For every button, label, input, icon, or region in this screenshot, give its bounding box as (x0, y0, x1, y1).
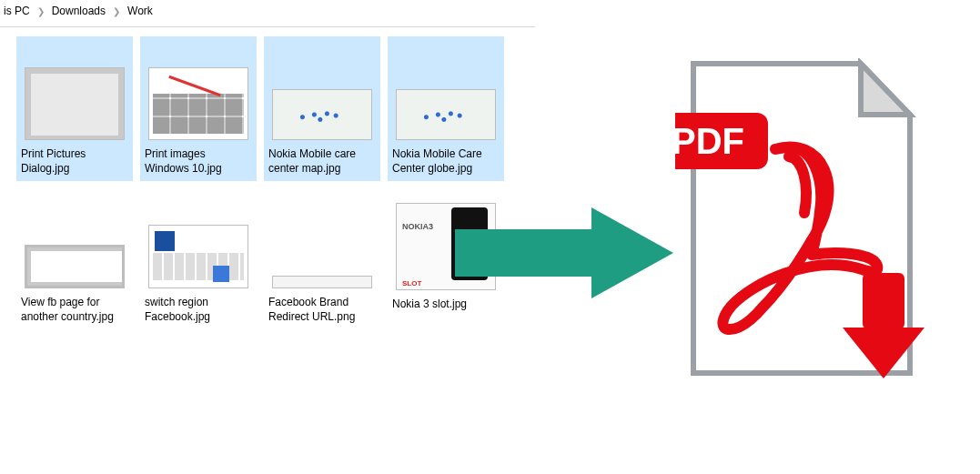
breadcrumb-part-1[interactable]: Downloads (52, 5, 106, 17)
pdf-file-icon: PDF (675, 58, 928, 386)
file-label: Print images Windows 10.jpg (145, 147, 252, 176)
file-label: View fb page for another country.jpg (21, 296, 128, 324)
file-label: Print Pictures Dialog.jpg (21, 147, 128, 176)
file-item[interactable]: View fb page for another country.jpg (16, 190, 133, 329)
thumbnail-icon (148, 225, 248, 288)
thumbnail-icon (272, 276, 372, 288)
breadcrumb-part-2[interactable]: Work (127, 5, 153, 17)
breadcrumb: is PC ❯ Downloads ❯ Work (0, 0, 535, 27)
thumbnail-icon: NOKIA3 (396, 203, 496, 290)
thumbnail-icon (148, 67, 248, 140)
chevron-right-icon: ❯ (37, 6, 45, 16)
thumbnail-icon (25, 245, 125, 288)
file-label: Nokia Mobile Care Center globe.jpg (392, 147, 500, 176)
thumbnail-icon (272, 89, 372, 140)
file-item[interactable]: Nokia Mobile Care Center globe.jpg (388, 36, 504, 181)
file-label: Nokia Mobile care center map.jpg (268, 147, 376, 176)
svg-rect-2 (863, 273, 904, 329)
chevron-right-icon: ❯ (113, 6, 120, 16)
pdf-badge-text: PDF (675, 121, 744, 161)
file-grid: Print Pictures Dialog.jpg Print images W… (0, 27, 544, 329)
file-label: Nokia 3 slot.jpg (392, 298, 500, 312)
thumbnail-icon (25, 67, 125, 140)
file-item[interactable]: Facebook Brand Redirect URL.png (264, 190, 380, 329)
file-item[interactable]: Nokia Mobile care center map.jpg (264, 36, 380, 181)
file-item[interactable]: Print Pictures Dialog.jpg (16, 36, 133, 181)
thumbnail-icon (396, 89, 496, 140)
file-item[interactable]: NOKIA3 Nokia 3 slot.jpg (388, 190, 504, 329)
file-item[interactable]: switch region Facebook.jpg (140, 190, 257, 329)
file-label: Facebook Brand Redirect URL.png (268, 296, 376, 324)
file-item[interactable]: Print images Windows 10.jpg (140, 36, 257, 181)
breadcrumb-part-0[interactable]: is PC (4, 5, 30, 17)
file-label: switch region Facebook.jpg (145, 296, 252, 324)
